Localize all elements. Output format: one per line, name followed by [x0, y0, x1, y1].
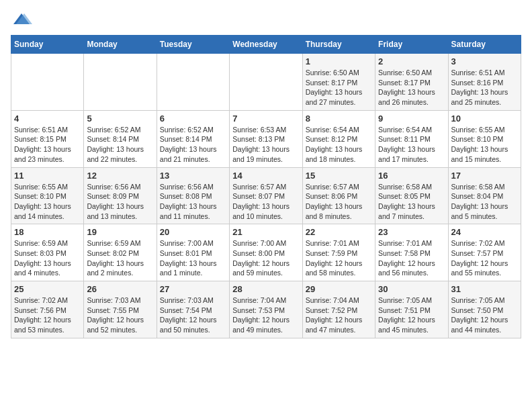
calendar-cell: 30Sunrise: 7:05 AM Sunset: 7:51 PM Dayli… [375, 281, 448, 338]
day-number: 15 [306, 171, 372, 181]
day-info: Sunrise: 7:04 AM Sunset: 7:53 PM Dayligh… [232, 295, 299, 335]
calendar-cell: 29Sunrise: 7:04 AM Sunset: 7:52 PM Dayli… [302, 281, 375, 338]
day-info: Sunrise: 7:04 AM Sunset: 7:52 PM Dayligh… [306, 295, 372, 335]
calendar-cell [84, 54, 157, 111]
day-number: 16 [378, 171, 445, 181]
calendar-cell: 26Sunrise: 7:03 AM Sunset: 7:55 PM Dayli… [84, 281, 157, 338]
day-of-week-header: Sunday [11, 36, 84, 54]
calendar-cell: 24Sunrise: 7:02 AM Sunset: 7:57 PM Dayli… [448, 224, 521, 281]
calendar-week-row: 25Sunrise: 7:02 AM Sunset: 7:56 PM Dayli… [11, 281, 521, 338]
day-number: 9 [378, 113, 445, 124]
page-header [11, 11, 521, 30]
day-info: Sunrise: 6:51 AM Sunset: 8:16 PM Dayligh… [451, 68, 518, 107]
day-info: Sunrise: 7:03 AM Sunset: 7:55 PM Dayligh… [87, 295, 153, 335]
calendar-cell: 1Sunrise: 6:50 AM Sunset: 8:17 PM Daylig… [302, 54, 375, 111]
calendar-cell: 14Sunrise: 6:57 AM Sunset: 8:07 PM Dayli… [230, 167, 302, 224]
day-info: Sunrise: 7:00 AM Sunset: 8:01 PM Dayligh… [160, 238, 226, 278]
day-info: Sunrise: 7:02 AM Sunset: 7:56 PM Dayligh… [14, 295, 81, 335]
day-number: 10 [451, 113, 518, 124]
calendar-table: SundayMondayTuesdayWednesdayThursdayFrid… [11, 35, 521, 338]
day-info: Sunrise: 6:50 AM Sunset: 8:17 PM Dayligh… [378, 68, 445, 107]
calendar-cell: 28Sunrise: 7:04 AM Sunset: 7:53 PM Dayli… [230, 281, 302, 338]
day-number: 27 [160, 284, 226, 294]
day-info: Sunrise: 6:57 AM Sunset: 8:07 PM Dayligh… [232, 182, 299, 222]
calendar-week-row: 4Sunrise: 6:51 AM Sunset: 8:15 PM Daylig… [11, 110, 521, 167]
calendar-cell: 2Sunrise: 6:50 AM Sunset: 8:17 PM Daylig… [375, 54, 448, 111]
day-number: 17 [451, 171, 518, 181]
day-info: Sunrise: 6:55 AM Sunset: 8:10 PM Dayligh… [14, 182, 81, 222]
calendar-cell: 23Sunrise: 7:01 AM Sunset: 7:58 PM Dayli… [375, 224, 448, 281]
day-of-week-header: Saturday [448, 36, 521, 54]
day-info: Sunrise: 7:01 AM Sunset: 7:59 PM Dayligh… [306, 238, 372, 278]
day-number: 23 [378, 227, 445, 237]
day-info: Sunrise: 6:52 AM Sunset: 8:14 PM Dayligh… [160, 125, 226, 165]
calendar-cell: 11Sunrise: 6:55 AM Sunset: 8:10 PM Dayli… [11, 167, 84, 224]
day-number: 25 [14, 284, 81, 294]
calendar-cell: 17Sunrise: 6:58 AM Sunset: 8:04 PM Dayli… [448, 167, 521, 224]
day-number: 13 [160, 171, 226, 181]
day-info: Sunrise: 7:05 AM Sunset: 7:50 PM Dayligh… [451, 295, 518, 335]
day-info: Sunrise: 6:55 AM Sunset: 8:10 PM Dayligh… [451, 125, 518, 165]
calendar-cell: 6Sunrise: 6:52 AM Sunset: 8:14 PM Daylig… [157, 110, 229, 167]
calendar-cell: 7Sunrise: 6:53 AM Sunset: 8:13 PM Daylig… [230, 110, 302, 167]
calendar-cell: 3Sunrise: 6:51 AM Sunset: 8:16 PM Daylig… [448, 54, 521, 111]
day-of-week-header: Tuesday [157, 36, 229, 54]
day-info: Sunrise: 7:05 AM Sunset: 7:51 PM Dayligh… [378, 295, 445, 335]
day-number: 20 [160, 227, 226, 237]
day-info: Sunrise: 6:53 AM Sunset: 8:13 PM Dayligh… [232, 125, 299, 165]
day-number: 24 [451, 227, 518, 237]
calendar-cell: 9Sunrise: 6:54 AM Sunset: 8:11 PM Daylig… [375, 110, 448, 167]
calendar-week-row: 18Sunrise: 6:59 AM Sunset: 8:03 PM Dayli… [11, 224, 521, 281]
day-number: 11 [14, 171, 81, 181]
day-number: 30 [378, 284, 445, 294]
day-of-week-header: Thursday [302, 36, 375, 54]
day-info: Sunrise: 6:56 AM Sunset: 8:09 PM Dayligh… [87, 182, 153, 222]
calendar-cell [157, 54, 229, 111]
calendar-week-row: 1Sunrise: 6:50 AM Sunset: 8:17 PM Daylig… [11, 54, 521, 111]
day-info: Sunrise: 6:54 AM Sunset: 8:12 PM Dayligh… [306, 125, 372, 165]
day-info: Sunrise: 6:51 AM Sunset: 8:15 PM Dayligh… [14, 125, 81, 165]
calendar-cell: 15Sunrise: 6:57 AM Sunset: 8:06 PM Dayli… [302, 167, 375, 224]
day-number: 22 [306, 227, 372, 237]
day-number: 12 [87, 171, 153, 181]
day-info: Sunrise: 6:54 AM Sunset: 8:11 PM Dayligh… [378, 125, 445, 165]
day-number: 26 [87, 284, 153, 294]
calendar-cell: 20Sunrise: 7:00 AM Sunset: 8:01 PM Dayli… [157, 224, 229, 281]
day-of-week-header: Friday [375, 36, 448, 54]
calendar-cell: 27Sunrise: 7:03 AM Sunset: 7:54 PM Dayli… [157, 281, 229, 338]
day-number: 14 [232, 171, 299, 181]
calendar-cell [11, 54, 84, 111]
day-number: 21 [232, 227, 299, 237]
day-info: Sunrise: 7:00 AM Sunset: 8:00 PM Dayligh… [232, 238, 299, 278]
calendar-cell: 10Sunrise: 6:55 AM Sunset: 8:10 PM Dayli… [448, 110, 521, 167]
calendar-cell: 12Sunrise: 6:56 AM Sunset: 8:09 PM Dayli… [84, 167, 157, 224]
calendar-cell: 8Sunrise: 6:54 AM Sunset: 8:12 PM Daylig… [302, 110, 375, 167]
calendar-cell: 13Sunrise: 6:56 AM Sunset: 8:08 PM Dayli… [157, 167, 229, 224]
day-number: 28 [232, 284, 299, 294]
day-number: 1 [306, 56, 372, 66]
day-info: Sunrise: 6:59 AM Sunset: 8:03 PM Dayligh… [14, 238, 81, 278]
day-info: Sunrise: 6:58 AM Sunset: 8:04 PM Dayligh… [451, 182, 518, 222]
day-number: 3 [451, 56, 518, 66]
calendar-header-row: SundayMondayTuesdayWednesdayThursdayFrid… [11, 36, 521, 54]
logo [11, 11, 35, 30]
day-number: 7 [232, 113, 299, 124]
day-number: 5 [87, 113, 153, 124]
day-number: 4 [14, 113, 81, 124]
day-number: 8 [306, 113, 372, 124]
day-of-week-header: Monday [84, 36, 157, 54]
calendar-cell: 19Sunrise: 6:59 AM Sunset: 8:02 PM Dayli… [84, 224, 157, 281]
calendar-cell: 25Sunrise: 7:02 AM Sunset: 7:56 PM Dayli… [11, 281, 84, 338]
day-of-week-header: Wednesday [230, 36, 302, 54]
calendar-cell [230, 54, 302, 111]
calendar-week-row: 11Sunrise: 6:55 AM Sunset: 8:10 PM Dayli… [11, 167, 521, 224]
day-number: 29 [306, 284, 372, 294]
day-number: 6 [160, 113, 226, 124]
calendar-cell: 4Sunrise: 6:51 AM Sunset: 8:15 PM Daylig… [11, 110, 84, 167]
day-info: Sunrise: 6:57 AM Sunset: 8:06 PM Dayligh… [306, 182, 372, 222]
day-info: Sunrise: 6:58 AM Sunset: 8:05 PM Dayligh… [378, 182, 445, 222]
day-number: 19 [87, 227, 153, 237]
calendar-cell: 16Sunrise: 6:58 AM Sunset: 8:05 PM Dayli… [375, 167, 448, 224]
day-number: 18 [14, 227, 81, 237]
day-number: 2 [378, 56, 445, 66]
